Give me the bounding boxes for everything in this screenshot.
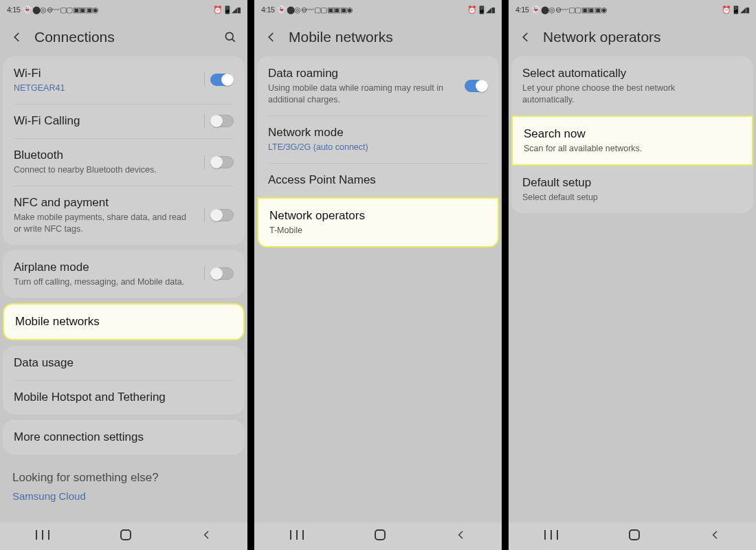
status-right-icons: ⏰📳◢▮ bbox=[213, 6, 241, 14]
mobile-networks-label: Mobile networks bbox=[15, 314, 232, 329]
row-mobile-networks[interactable]: Mobile networks bbox=[4, 305, 243, 339]
svg-rect-9 bbox=[375, 530, 385, 540]
default-sub: Select default setup bbox=[522, 192, 742, 204]
operators-label: Network operators bbox=[269, 208, 487, 223]
back-nav-icon[interactable] bbox=[710, 529, 721, 543]
airplane-toggle[interactable] bbox=[210, 267, 234, 280]
page-title: Network operators bbox=[543, 29, 746, 45]
card-search-now: Search now Scan for all available networ… bbox=[511, 116, 753, 166]
toggle-separator bbox=[204, 114, 205, 128]
looking-heading: Looking for something else? bbox=[0, 460, 247, 490]
svg-rect-5 bbox=[121, 530, 131, 540]
back-icon[interactable] bbox=[10, 30, 25, 45]
row-data-roaming[interactable]: Data roaming Using mobile data while roa… bbox=[257, 56, 499, 116]
row-bluetooth[interactable]: Bluetooth Connect to nearby Bluetooth de… bbox=[3, 138, 245, 186]
back-nav-icon[interactable] bbox=[201, 529, 212, 543]
svg-rect-13 bbox=[630, 530, 639, 540]
row-airplane[interactable]: Airplane mode Turn off calling, messagin… bbox=[3, 250, 245, 298]
row-apn[interactable]: Access Point Names bbox=[257, 163, 499, 197]
status-time: 4:15 bbox=[515, 6, 529, 14]
apn-label: Access Point Names bbox=[268, 173, 488, 188]
search-icon[interactable] bbox=[223, 30, 238, 45]
network-mode-label: Network mode bbox=[268, 125, 488, 140]
row-search-now[interactable]: Search now Scan for all available networ… bbox=[513, 117, 752, 164]
card-network-settings: Data roaming Using mobile data while roa… bbox=[257, 56, 499, 197]
back-nav-icon[interactable] bbox=[456, 529, 467, 543]
data-usage-label: Data usage bbox=[14, 355, 234, 371]
status-bar: 4:15 👻⬤◎⊖〰▢▢▣▣▣◉ ⏰📳◢▮ bbox=[254, 0, 502, 19]
airplane-label: Airplane mode bbox=[14, 260, 234, 275]
card-wireless: Wi-Fi NETGEAR41 Wi-Fi Calling Bluetooth … bbox=[3, 56, 245, 245]
nfc-label: NFC and payment bbox=[14, 195, 234, 210]
default-label: Default setup bbox=[522, 175, 742, 190]
nav-bar bbox=[0, 522, 247, 550]
status-right-icons: ⏰📳◢▮ bbox=[467, 6, 495, 14]
toggle-separator bbox=[204, 208, 205, 222]
toggle-separator bbox=[204, 267, 205, 280]
row-hotspot[interactable]: Mobile Hotspot and Tethering bbox=[3, 380, 245, 415]
app-bar: Mobile networks bbox=[254, 19, 502, 56]
card-network-operators: Network operators T-Mobile bbox=[257, 197, 499, 248]
app-bar: Network operators bbox=[509, 19, 756, 56]
roaming-toggle[interactable] bbox=[465, 80, 488, 92]
screen-network-operators: 4:15 👻⬤◎⊖〰▢▢▣▣▣◉ ⏰📳◢▮ Network operators … bbox=[509, 0, 756, 550]
auto-sub: Let your phone choose the best network a… bbox=[522, 82, 742, 106]
bluetooth-toggle[interactable] bbox=[210, 156, 234, 168]
page-title: Connections bbox=[34, 29, 213, 45]
recents-icon[interactable] bbox=[35, 529, 50, 544]
card-data: Data usage Mobile Hotspot and Tethering bbox=[3, 346, 245, 415]
toggle-separator bbox=[204, 73, 205, 87]
home-icon[interactable] bbox=[120, 529, 132, 544]
svg-line-1 bbox=[232, 39, 235, 42]
wifi-label: Wi-Fi bbox=[14, 66, 234, 81]
wifi-network: NETGEAR41 bbox=[14, 82, 234, 94]
home-icon[interactable] bbox=[374, 529, 386, 544]
roaming-sub: Using mobile data while roaming may resu… bbox=[268, 82, 488, 106]
row-nfc[interactable]: NFC and payment Make mobile payments, sh… bbox=[3, 186, 245, 245]
nfc-sub: Make mobile payments, share data, and re… bbox=[14, 212, 234, 235]
row-data-usage[interactable]: Data usage bbox=[3, 346, 245, 380]
hotspot-label: Mobile Hotspot and Tethering bbox=[14, 390, 234, 405]
nfc-toggle[interactable] bbox=[210, 209, 234, 221]
row-wifi-calling[interactable]: Wi-Fi Calling bbox=[3, 104, 245, 138]
operators-value: T-Mobile bbox=[269, 225, 487, 236]
row-select-auto[interactable]: Select automatically Let your phone choo… bbox=[511, 56, 753, 116]
card-airplane: Airplane mode Turn off calling, messagin… bbox=[3, 250, 245, 298]
row-default-setup[interactable]: Default setup Select default setup bbox=[511, 166, 753, 213]
card-more: More connection settings bbox=[3, 420, 245, 454]
app-bar: Connections bbox=[0, 19, 247, 56]
nav-bar bbox=[509, 522, 756, 550]
status-left-icons: 👻⬤◎⊖〰▢▢▣▣▣◉ bbox=[531, 6, 608, 14]
samsung-cloud-link[interactable]: Samsung Cloud bbox=[0, 490, 247, 514]
wifi-calling-label: Wi-Fi Calling bbox=[14, 113, 234, 129]
status-time: 4:15 bbox=[7, 6, 20, 14]
card-default: Default setup Select default setup bbox=[511, 166, 753, 213]
screen-mobile-networks: 4:15 👻⬤◎⊖〰▢▢▣▣▣◉ ⏰📳◢▮ Mobile networks Da… bbox=[254, 0, 502, 550]
row-wifi[interactable]: Wi-Fi NETGEAR41 bbox=[3, 56, 245, 104]
back-icon[interactable] bbox=[518, 30, 533, 45]
row-more-settings[interactable]: More connection settings bbox=[3, 420, 245, 454]
status-bar: 4:15 👻⬤◎⊖〰▢▢▣▣▣◉ ⏰📳◢▮ bbox=[0, 0, 247, 19]
nav-bar bbox=[254, 522, 502, 550]
status-bar: 4:15 👻⬤◎⊖〰▢▢▣▣▣◉ ⏰📳◢▮ bbox=[509, 0, 756, 19]
wifi-toggle[interactable] bbox=[210, 74, 234, 86]
roaming-label: Data roaming bbox=[268, 66, 488, 81]
bluetooth-sub: Connect to nearby Bluetooth devices. bbox=[14, 164, 234, 176]
status-left-icons: 👻⬤◎⊖〰▢▢▣▣▣◉ bbox=[277, 6, 353, 14]
auto-label: Select automatically bbox=[522, 66, 742, 81]
status-right-icons: ⏰📳◢▮ bbox=[722, 6, 749, 14]
card-mobile-networks: Mobile networks bbox=[3, 303, 245, 340]
more-settings-label: More connection settings bbox=[14, 430, 234, 445]
search-now-label: Search now bbox=[524, 126, 741, 142]
svg-point-0 bbox=[225, 32, 233, 40]
back-icon[interactable] bbox=[264, 30, 279, 45]
home-icon[interactable] bbox=[628, 529, 641, 544]
wifi-calling-toggle[interactable] bbox=[210, 115, 234, 127]
row-network-mode[interactable]: Network mode LTE/3G/2G (auto connect) bbox=[257, 116, 499, 163]
recents-icon[interactable] bbox=[289, 529, 304, 544]
recents-icon[interactable] bbox=[544, 529, 559, 544]
row-network-operators[interactable]: Network operators T-Mobile bbox=[258, 199, 498, 246]
toggle-separator bbox=[204, 155, 205, 169]
status-left-icons: 👻⬤◎⊖〰▢▢▣▣▣◉ bbox=[23, 6, 99, 14]
screen-connections: 4:15 👻⬤◎⊖〰▢▢▣▣▣◉ ⏰📳◢▮ Connections Wi-Fi … bbox=[0, 0, 247, 550]
